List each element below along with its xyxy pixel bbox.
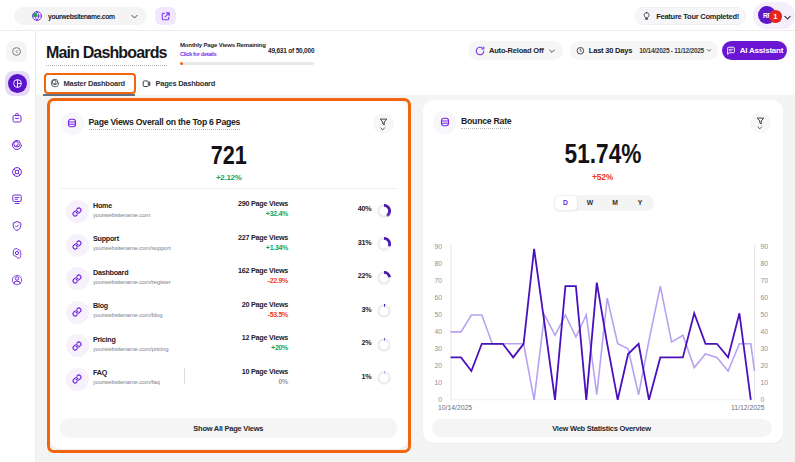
svg-text:0: 0: [760, 396, 764, 403]
svg-text:90: 90: [434, 243, 442, 250]
svg-text:11/12/2025: 11/12/2025: [730, 403, 764, 410]
svg-text:80: 80: [760, 260, 768, 267]
svg-text:30: 30: [434, 345, 442, 352]
svg-text:60: 60: [434, 294, 442, 301]
svg-text:10/14/2025: 10/14/2025: [438, 403, 472, 410]
svg-text:40: 40: [760, 328, 768, 335]
svg-text:20: 20: [434, 362, 442, 369]
svg-text:70: 70: [760, 277, 768, 284]
svg-text:10: 10: [760, 379, 768, 386]
svg-text:50: 50: [434, 311, 442, 318]
svg-text:50: 50: [760, 311, 768, 318]
svg-text:0: 0: [438, 396, 442, 403]
svg-text:20: 20: [760, 362, 768, 369]
svg-text:70: 70: [434, 277, 442, 284]
svg-text:60: 60: [760, 294, 768, 301]
svg-text:80: 80: [434, 260, 442, 267]
svg-text:30: 30: [760, 345, 768, 352]
svg-text:40: 40: [434, 328, 442, 335]
svg-text:10: 10: [434, 379, 442, 386]
svg-text:90: 90: [760, 243, 768, 250]
